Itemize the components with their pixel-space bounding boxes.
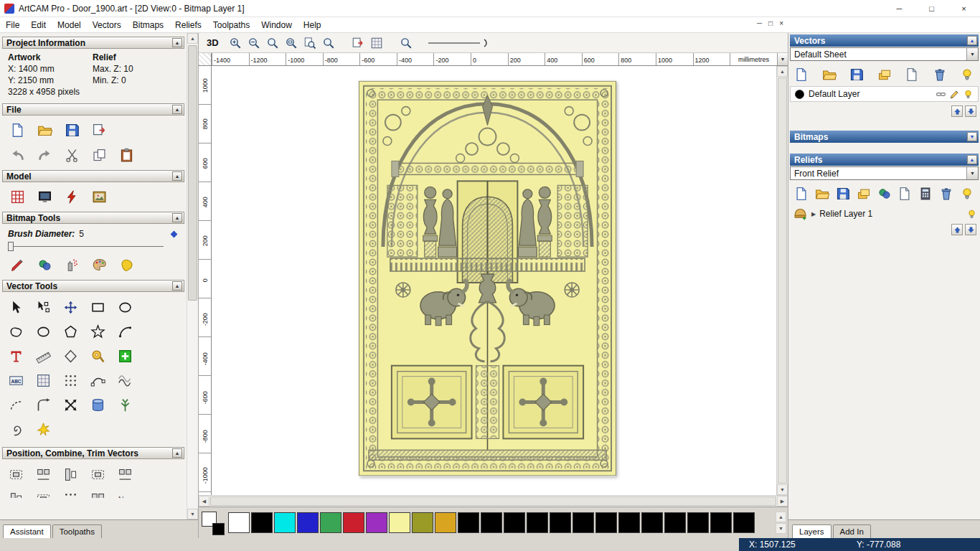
scroll-left-button[interactable]: ◀ [199, 496, 209, 507]
swatch-black[interactable] [458, 512, 479, 533]
new-vector-layer-icon[interactable] [903, 65, 921, 83]
zoom-objects-icon[interactable] [321, 34, 337, 51]
view-3d-button[interactable]: 3D [203, 36, 222, 50]
collapse-reliefs-button[interactable]: ▲ [967, 155, 977, 164]
new-vector-sheet-icon[interactable] [792, 65, 811, 83]
vector-layer-name[interactable]: Default Layer [809, 89, 859, 99]
dropdown-arrow-icon[interactable]: ▼ [966, 48, 978, 60]
scroll-right-button[interactable]: ▶ [777, 496, 788, 507]
align-right-icon[interactable] [88, 465, 108, 484]
menu-edit[interactable]: Edit [25, 18, 52, 32]
tab-layers[interactable]: Layers [792, 524, 831, 538]
layer-colour-swatch[interactable] [795, 90, 804, 99]
tab-add-in[interactable]: Add In [833, 524, 871, 538]
load-picture-icon[interactable] [89, 187, 110, 207]
swatch-cyan[interactable] [274, 512, 296, 533]
delete-vector-layer-icon[interactable] [930, 65, 949, 83]
colour-palette-icon[interactable] [89, 255, 110, 275]
expand-relief-layer-icon[interactable]: ▶ [811, 211, 816, 217]
redo-icon[interactable] [34, 146, 55, 165]
toggle-all-vectors-icon[interactable] [958, 65, 976, 83]
menu-model[interactable]: Model [52, 18, 87, 32]
relief-visibility-icon[interactable] [966, 209, 977, 220]
model-section-header[interactable]: Model ▲ [2, 170, 184, 182]
mdi-minimize-button[interactable]: ─ [757, 19, 762, 27]
swatch-black[interactable] [251, 512, 273, 533]
reliefs-section-header[interactable]: Reliefs ▲ [790, 154, 979, 166]
create-arc-icon[interactable] [115, 322, 136, 342]
tab-assistant[interactable]: Assistant [3, 524, 51, 538]
undo-icon[interactable] [7, 146, 28, 165]
menu-reliefs[interactable]: Reliefs [169, 18, 207, 32]
scroll-down-button[interactable]: ▼ [187, 509, 198, 519]
move-relief-up-button[interactable] [951, 224, 963, 235]
create-diamond-icon[interactable] [60, 347, 81, 366]
save-relief-icon[interactable] [834, 184, 852, 202]
measure-icon[interactable] [33, 347, 54, 366]
trim-vectors-icon[interactable] [33, 489, 54, 498]
new-relief-icon[interactable] [792, 184, 811, 202]
menu-bitmaps[interactable]: Bitmaps [127, 18, 169, 32]
block-nest-icon[interactable] [60, 489, 81, 498]
scrollbar-thumb[interactable] [188, 45, 197, 301]
open-relief-icon[interactable] [813, 184, 831, 202]
replace-colour-icon[interactable] [34, 255, 55, 275]
tape-measure-icon[interactable] [88, 347, 108, 366]
slider-handle[interactable] [8, 242, 14, 251]
mdi-close-button[interactable]: × [779, 19, 783, 27]
swatch-blue[interactable] [297, 512, 319, 533]
move-layer-up-button[interactable] [951, 105, 963, 117]
swatch-black[interactable] [573, 512, 594, 533]
palette-scroll-down-button[interactable]: ▼ [776, 523, 786, 534]
scrollbar-thumb[interactable] [778, 77, 787, 484]
minimize-button[interactable]: ─ [883, 0, 915, 17]
vectors-section-header[interactable]: Vectors ▲ [790, 34, 979, 47]
lightning-icon[interactable] [62, 187, 83, 207]
merge-relief-layers-icon[interactable] [854, 184, 873, 202]
vector-tools-header[interactable]: Vector Tools ▲ [2, 280, 184, 292]
free-curve-icon[interactable] [115, 371, 136, 390]
menu-vectors[interactable]: Vectors [87, 18, 127, 32]
swatch-black[interactable] [687, 512, 709, 533]
model-notes-icon[interactable] [34, 187, 55, 207]
paste-icon[interactable] [116, 146, 137, 165]
collapse-vectors-button[interactable]: ▲ [967, 36, 977, 45]
relief-select[interactable]: Front Relief ▼ [790, 166, 979, 180]
swatch-purple[interactable] [366, 512, 387, 533]
star-burst-icon[interactable] [33, 420, 54, 439]
wrap-text-icon[interactable] [33, 371, 54, 390]
block-copy-icon[interactable] [60, 371, 81, 390]
swatch-black[interactable] [641, 512, 663, 533]
move-relief-down-button[interactable] [965, 224, 976, 235]
menu-toolpaths[interactable]: Toolpaths [207, 18, 255, 32]
collapse-model-button[interactable]: ▲ [172, 171, 182, 181]
new-model-icon[interactable] [7, 121, 28, 140]
create-rectangle-icon[interactable] [88, 298, 108, 317]
export-model-icon[interactable] [89, 121, 110, 140]
calculate-relief-icon[interactable] [916, 184, 935, 202]
create-text-icon[interactable] [6, 347, 27, 366]
swatch-green[interactable] [320, 512, 341, 533]
snapshot-view-icon[interactable] [350, 34, 367, 51]
swatch-black[interactable] [504, 512, 525, 533]
save-model-icon[interactable] [62, 121, 83, 140]
save-vectors-icon[interactable] [847, 65, 866, 83]
swatch-black[interactable] [618, 512, 640, 533]
paste-along-curve-icon[interactable] [115, 347, 136, 366]
scroll-up-button[interactable]: ▲ [187, 33, 198, 44]
vector-sheet-select[interactable]: Default Sheet ▼ [790, 47, 979, 61]
create-polygon-icon[interactable] [60, 322, 81, 342]
swatch-olive[interactable] [412, 512, 433, 533]
ruler-unit-dropdown-button[interactable]: ▼ [777, 53, 788, 65]
collapse-file-button[interactable]: ▲ [172, 105, 182, 114]
relief-layer-row[interactable]: ▶ Relief Layer 1 [793, 206, 977, 222]
scrollbar-thumb[interactable] [210, 496, 776, 506]
swatch-light-yellow[interactable] [389, 512, 410, 533]
collapse-vector-tools-button[interactable]: ▲ [172, 281, 182, 291]
delete-relief-layer-icon[interactable] [937, 184, 956, 202]
toggle-relief-icon[interactable] [958, 184, 976, 202]
select-vectors-icon[interactable] [6, 298, 27, 317]
primary-colour-swatch[interactable] [201, 510, 225, 536]
file-section-header[interactable]: File ▲ [2, 103, 184, 116]
spiral-icon[interactable] [6, 420, 27, 439]
